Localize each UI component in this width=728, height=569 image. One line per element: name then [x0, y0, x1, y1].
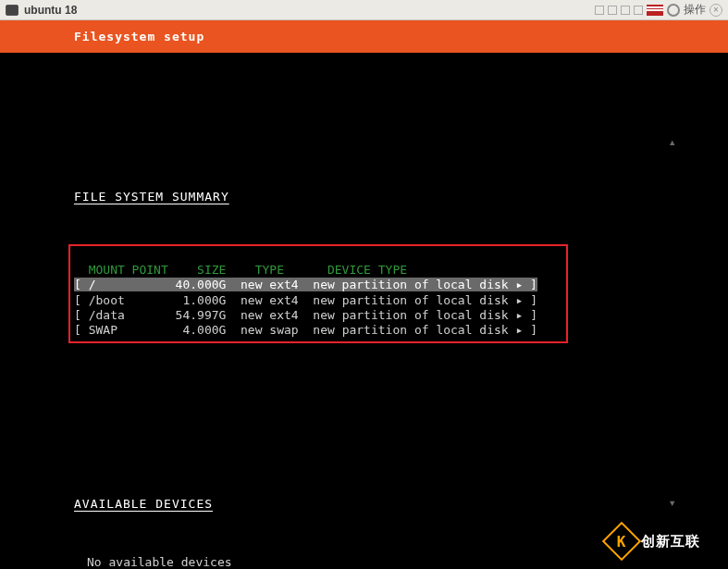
fs-row[interactable]: [ /data 54.997G new ext4 new partition o…	[74, 308, 537, 322]
fs-summary-title: FILE SYSTEM SUMMARY	[74, 190, 659, 204]
fs-summary-section: FILE SYSTEM SUMMARY MOUNT POINT SIZE TYP…	[74, 160, 659, 390]
fs-column-headers: MOUNT POINT SIZE TYPE DEVICE TYPE	[74, 263, 407, 277]
fs-row[interactable]: [ /boot 1.000G new ext4 new partition of…	[74, 293, 537, 307]
flag-icon	[647, 5, 663, 16]
available-devices-section: AVAILABLE DEVICES No available devices […	[74, 467, 659, 569]
chevron-right-icon: ▸	[515, 323, 523, 337]
chevron-right-icon: ▸	[515, 278, 523, 291]
window-control-icon[interactable]	[595, 6, 604, 15]
action-menu-label[interactable]: 操作	[684, 2, 706, 18]
gear-icon[interactable]	[667, 4, 680, 17]
available-title: AVAILABLE DEVICES	[74, 497, 659, 512]
page-title: Filesystem setup	[0, 20, 728, 53]
installer-screen: Filesystem setup ▴ ▾ FILE SYSTEM SUMMARY…	[0, 20, 728, 569]
watermark: K 创新互联	[589, 523, 719, 560]
chevron-right-icon: ▸	[515, 308, 523, 322]
watermark-logo-icon: K	[602, 522, 641, 561]
monitor-icon	[6, 5, 19, 16]
fs-summary-box: MOUNT POINT SIZE TYPE DEVICE TYPE [ / 40…	[68, 244, 568, 344]
vm-title: ubuntu 18	[24, 4, 595, 17]
chevron-right-icon: ▸	[515, 293, 523, 307]
vm-titlebar: ubuntu 18 操作 ×	[0, 0, 728, 20]
close-icon[interactable]: ×	[709, 4, 722, 17]
fs-row[interactable]: [ SWAP 4.000G new swap new partition of …	[74, 323, 537, 337]
fs-row[interactable]: [ / 40.000G new ext4 new partition of lo…	[74, 278, 537, 291]
vm-window-controls: 操作 ×	[595, 2, 722, 18]
tui-body: ▴ ▾ FILE SYSTEM SUMMARY MOUNT POINT SIZE…	[0, 53, 728, 569]
scroll-up-indicator: ▴	[669, 134, 676, 151]
watermark-text: 创新互联	[641, 533, 700, 550]
window-control-icon[interactable]	[608, 6, 617, 15]
no-devices-msg: No available devices	[87, 555, 659, 569]
window-control-icon[interactable]	[621, 6, 630, 15]
window-control-icon[interactable]	[634, 6, 643, 15]
scroll-down-indicator: ▾	[669, 495, 676, 512]
